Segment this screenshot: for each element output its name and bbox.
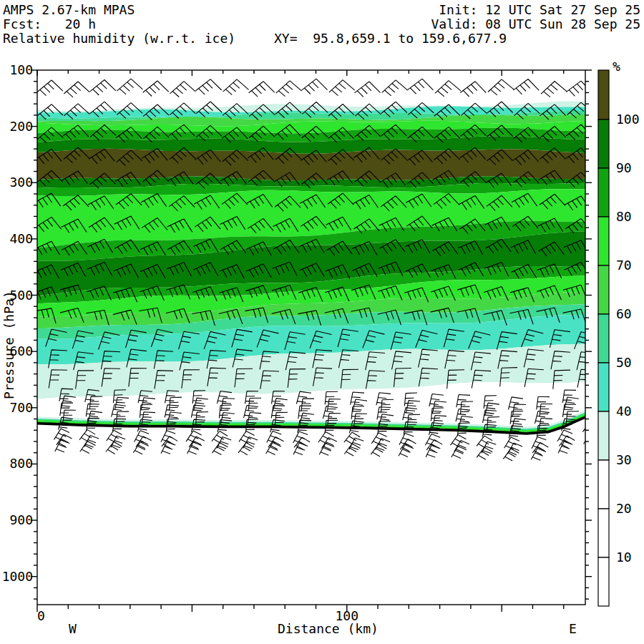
valid-time: Valid: 08 UTC Sun 28 Sep 25	[431, 18, 640, 31]
x-tick-label: 100	[336, 610, 359, 623]
colorbar	[598, 70, 609, 606]
y-tick-label: 200	[9, 120, 33, 133]
colorbar-segment	[598, 119, 609, 168]
cross-section-plot	[0, 0, 644, 644]
x-tick-label: 0	[37, 610, 45, 623]
rh-shading	[37, 68, 585, 607]
x-axis-east-label: E	[569, 623, 577, 635]
xy-range: XY= 95.8,659.1 to 159.6,677.9	[274, 32, 507, 45]
rh-band-<30	[37, 68, 585, 111]
colorbar-segment	[598, 217, 609, 265]
colorbar-segment	[598, 70, 609, 119]
colorbar-segment	[598, 557, 609, 606]
y-tick-label: 1000	[2, 570, 33, 583]
colorbar-tick-label: 90	[616, 162, 632, 175]
x-axis-west-label: W	[69, 623, 77, 635]
colorbar-tick-label: 20	[616, 502, 632, 515]
y-tick-label: 100	[9, 64, 33, 77]
colorbar-tick-label: 60	[616, 308, 632, 321]
y-tick-label: 400	[9, 233, 33, 245]
colorbar-segment	[598, 509, 609, 557]
y-tick-label: 700	[9, 401, 33, 414]
y-tick-label: 900	[9, 514, 33, 527]
colorbar-tick-label: 40	[616, 405, 632, 418]
init-time: Init: 12 UTC Sat 27 Sep 25	[439, 4, 640, 16]
forecast-hour: Fcst: 20 h	[3, 18, 96, 31]
y-tick-label: 600	[9, 345, 33, 358]
colorbar-segment	[598, 265, 609, 314]
y-tick-label: 500	[9, 289, 33, 302]
y-tick-label: 300	[9, 176, 33, 189]
colorbar-tick-label: 50	[616, 356, 632, 369]
y-tick-label: 800	[9, 457, 33, 470]
colorbar-tick-label: 30	[616, 454, 632, 467]
colorbar-tick-label: 70	[616, 259, 632, 272]
colorbar-segment	[598, 460, 609, 509]
field-title: Relative humidity (w.r.t. ice)	[3, 32, 235, 45]
model-title: AMPS 2.67-km MPAS	[3, 4, 135, 16]
colorbar-tick-label: 80	[616, 210, 632, 223]
cross-section-figure: { "header": { "model": "AMPS 2.67-km MPA…	[0, 0, 644, 644]
colorbar-segment	[598, 411, 609, 460]
colorbar-segment	[598, 363, 609, 411]
x-axis-title: Distance (km)	[278, 623, 379, 635]
colorbar-units-label: %	[613, 60, 620, 73]
colorbar-segment	[598, 168, 609, 217]
colorbar-tick-label: 100	[616, 113, 640, 126]
colorbar-tick-label: 10	[616, 551, 632, 564]
colorbar-segment	[598, 314, 609, 363]
